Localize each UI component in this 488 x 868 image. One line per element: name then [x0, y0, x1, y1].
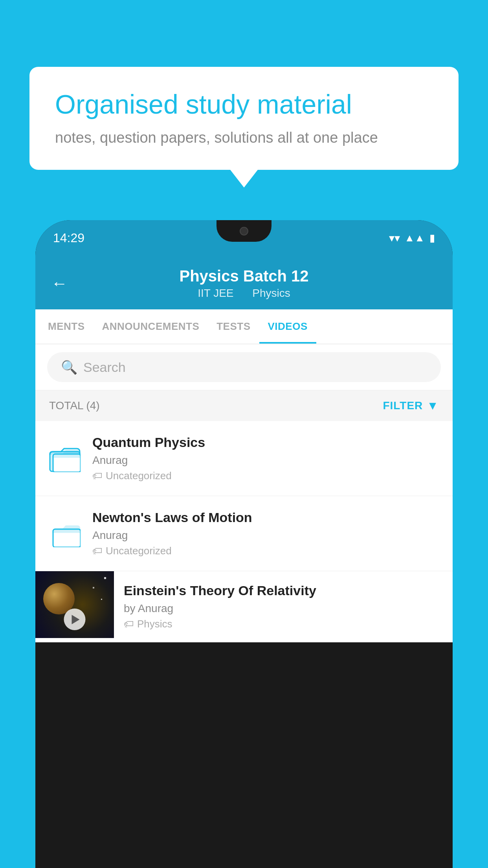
einstein-title: Einstein's Theory Of Relativity: [124, 583, 443, 598]
filter-button[interactable]: FILTER ▼: [383, 399, 439, 412]
tab-videos[interactable]: VIDEOS: [259, 309, 316, 344]
phone-frame: 14:29 ▾▾ ▲▲ ▮ ← Physics Batch 12 IIT JEE…: [35, 220, 453, 868]
video-folder-icon-2: [47, 516, 83, 551]
subtitle-iitjee: IIT JEE: [198, 287, 233, 299]
speech-bubble-section: Organised study material notes, question…: [29, 67, 459, 188]
video-item-newton[interactable]: Newton's Laws of Motion Anurag 🏷 Uncateg…: [35, 496, 453, 571]
video-item-quantum[interactable]: Quantum Physics Anurag 🏷 Uncategorized: [35, 421, 453, 496]
video-author-2: Anurag: [92, 529, 441, 542]
search-input[interactable]: Search: [83, 360, 126, 375]
total-count: TOTAL (4): [49, 399, 100, 412]
wifi-icon: ▾▾: [389, 232, 400, 245]
filter-funnel-icon: ▼: [427, 399, 439, 412]
search-icon: 🔍: [61, 359, 77, 375]
speech-bubble-title: Organised study material: [55, 88, 433, 121]
video-category-1: 🏷 Uncategorized: [92, 470, 441, 482]
tab-ments[interactable]: MENTS: [39, 309, 94, 344]
phone-notch: [216, 220, 272, 242]
batch-title: Physics Batch 12: [179, 267, 308, 285]
video-title-2: Newton's Laws of Motion: [92, 510, 441, 525]
speech-bubble-subtitle: notes, question papers, solutions all at…: [55, 129, 433, 146]
video-category-2: 🏷 Uncategorized: [92, 545, 441, 557]
video-info-2: Newton's Laws of Motion Anurag 🏷 Uncateg…: [92, 510, 441, 557]
video-folder-icon-1: [47, 441, 83, 476]
einstein-thumbnail: [35, 571, 114, 638]
tag-icon-1: 🏷: [92, 470, 103, 482]
einstein-author: by Anurag: [124, 602, 443, 615]
video-item-einstein[interactable]: Einstein's Theory Of Relativity by Anura…: [35, 571, 453, 642]
app-header: ← Physics Batch 12 IIT JEE Physics: [35, 256, 453, 309]
status-icons: ▾▾ ▲▲ ▮: [389, 232, 435, 245]
einstein-info: Einstein's Theory Of Relativity by Anura…: [114, 571, 453, 642]
video-author-1: Anurag: [92, 454, 441, 467]
camera-icon: [240, 227, 248, 235]
battery-icon: ▮: [429, 232, 435, 244]
search-bar-container: 🔍 Search: [35, 344, 453, 390]
tabs-bar: MENTS ANNOUNCEMENTS TESTS VIDEOS: [35, 309, 453, 344]
signal-icon: ▲▲: [405, 232, 425, 244]
header-center: Physics Batch 12 IIT JEE Physics: [179, 267, 308, 300]
einstein-category: 🏷 Physics: [124, 618, 443, 630]
tag-icon-3: 🏷: [124, 618, 134, 630]
filter-row: TOTAL (4) FILTER ▼: [35, 390, 453, 421]
subtitle-physics: Physics: [252, 287, 290, 299]
play-triangle-icon: [72, 615, 79, 624]
play-button[interactable]: [64, 609, 86, 630]
status-bar: 14:29 ▾▾ ▲▲ ▮: [35, 220, 453, 256]
filter-label: FILTER: [383, 399, 423, 412]
tag-icon-2: 🏷: [92, 545, 103, 557]
speech-bubble-card: Organised study material notes, question…: [29, 67, 459, 170]
video-list: Quantum Physics Anurag 🏷 Uncategorized N…: [35, 421, 453, 642]
status-time: 14:29: [53, 231, 84, 245]
video-title-1: Quantum Physics: [92, 435, 441, 450]
tab-announcements[interactable]: ANNOUNCEMENTS: [94, 309, 208, 344]
video-info-1: Quantum Physics Anurag 🏷 Uncategorized: [92, 435, 441, 482]
batch-subtitle: IIT JEE Physics: [179, 287, 308, 300]
search-input-wrapper[interactable]: 🔍 Search: [47, 352, 441, 382]
tab-tests[interactable]: TESTS: [208, 309, 259, 344]
back-button[interactable]: ←: [51, 274, 68, 293]
speech-bubble-arrow: [230, 170, 258, 188]
